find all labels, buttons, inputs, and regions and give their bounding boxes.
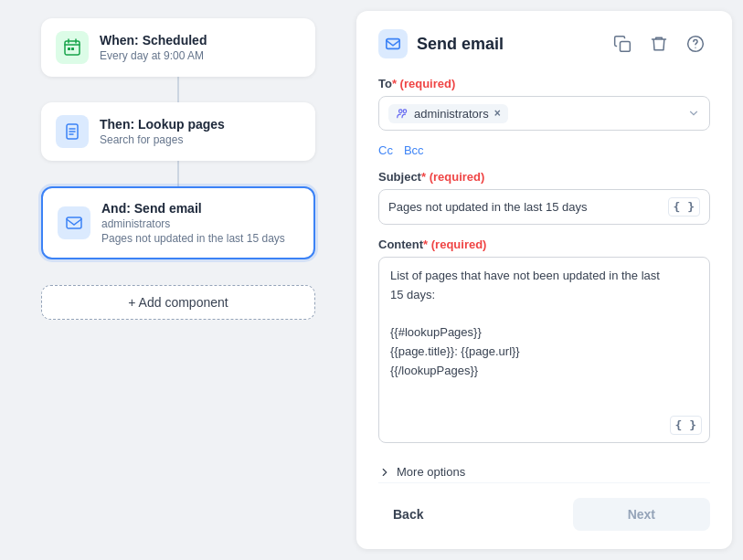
to-label: To* (required): [378, 77, 710, 90]
lookup-pages-card[interactable]: Then: Lookup pages Search for pages: [41, 102, 315, 161]
scheduled-card[interactable]: When: Scheduled Every day at 9:00 AM: [41, 18, 315, 77]
connector-1: [177, 77, 179, 102]
scheduled-card-text: When: Scheduled Every day at 9:00 AM: [100, 33, 207, 62]
email-icon-container: [58, 206, 90, 239]
svg-point-8: [695, 48, 695, 48]
subject-section: Subject* (required) Pages not updated in…: [378, 170, 710, 225]
lookup-pages-card-text: Then: Lookup pages Search for pages: [100, 117, 225, 146]
content-value: List of pages that have not been updated…: [390, 269, 660, 377]
next-button[interactable]: Next: [573, 498, 710, 531]
document-icon-container: [56, 115, 89, 148]
panel-actions: [608, 29, 710, 58]
to-tag-remove[interactable]: ×: [494, 107, 501, 120]
trash-icon: [650, 35, 668, 53]
delete-button[interactable]: [644, 29, 674, 58]
add-component-button[interactable]: + Add component: [41, 285, 315, 320]
svg-point-9: [399, 110, 403, 113]
send-email-card-subtitle1: administrators: [101, 217, 285, 230]
panel-title-icon: [378, 29, 408, 58]
svg-point-10: [403, 110, 407, 113]
to-tag-value: administrators: [414, 107, 489, 121]
subject-value: Pages not updated in the last 15 days: [388, 200, 588, 214]
footer-buttons: Back Next: [378, 482, 710, 531]
back-button[interactable]: Back: [378, 500, 438, 529]
to-section: To* (required) administrators ×: [378, 77, 710, 131]
left-panel: When: Scheduled Every day at 9:00 AM The…: [0, 0, 356, 560]
copy-button[interactable]: [608, 29, 637, 58]
cc-button[interactable]: Cc: [378, 143, 393, 157]
connector-2: [177, 161, 179, 186]
send-email-card-text: And: Send email administrators Pages not…: [101, 201, 285, 245]
panel-title-row: Send email: [378, 29, 504, 58]
svg-rect-4: [67, 217, 81, 228]
help-icon: [686, 35, 705, 53]
svg-rect-1: [68, 48, 70, 50]
add-component-label: + Add component: [128, 295, 228, 310]
chevron-right-icon: [378, 466, 391, 479]
lookup-pages-card-subtitle: Search for pages: [100, 133, 225, 146]
send-email-card-subtitle2: Pages not updated in the last 15 days: [101, 232, 285, 245]
content-section: Content* (required) List of pages that h…: [378, 238, 710, 443]
copy-icon: [613, 35, 632, 53]
content-label: Content* (required): [378, 238, 710, 251]
send-email-card[interactable]: And: Send email administrators Pages not…: [41, 186, 315, 259]
scheduled-card-title: When: Scheduled: [100, 33, 207, 48]
svg-rect-6: [621, 42, 631, 52]
more-options-row[interactable]: More options: [378, 465, 710, 479]
subject-label: Subject* (required): [378, 170, 710, 184]
bcc-button[interactable]: Bcc: [404, 143, 424, 157]
svg-rect-5: [387, 39, 399, 49]
subject-template-button[interactable]: { }: [668, 197, 700, 217]
lookup-pages-card-title: Then: Lookup pages: [100, 117, 225, 132]
dropdown-icon: [687, 107, 700, 120]
help-button[interactable]: [681, 29, 710, 58]
scheduled-card-subtitle: Every day at 9:00 AM: [100, 49, 207, 62]
cc-bcc-row: Cc Bcc: [378, 143, 710, 157]
to-tag: administrators ×: [388, 104, 508, 123]
svg-rect-2: [71, 48, 74, 50]
content-template-button[interactable]: { }: [670, 416, 702, 435]
content-textarea[interactable]: List of pages that have not been updated…: [378, 257, 710, 443]
right-panel: Send email: [356, 11, 732, 549]
subject-input[interactable]: Pages not updated in the last 15 days { …: [378, 189, 710, 225]
document-icon: [63, 122, 81, 141]
calendar-icon: [63, 38, 81, 57]
more-options-label: More options: [397, 465, 465, 479]
panel-title: Send email: [417, 35, 504, 54]
to-input[interactable]: administrators ×: [378, 96, 710, 131]
email-icon: [65, 214, 83, 232]
calendar-icon-container: [56, 31, 89, 64]
send-email-card-title: And: Send email: [101, 201, 285, 216]
send-email-header-icon: [385, 36, 401, 52]
group-icon: [396, 107, 409, 120]
panel-header: Send email: [378, 29, 710, 58]
